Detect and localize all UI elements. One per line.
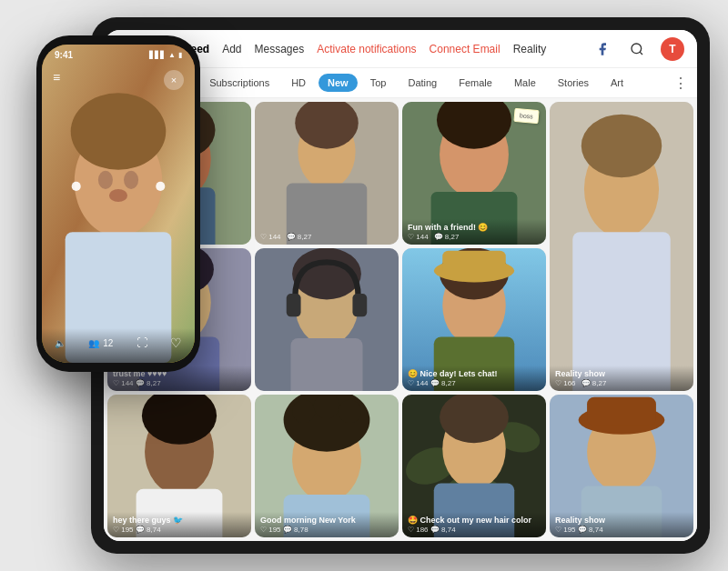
- svg-point-58: [71, 93, 167, 169]
- facebook-icon[interactable]: [592, 38, 613, 60]
- phone-menu-button[interactable]: ≡: [53, 70, 60, 85]
- svg-rect-31: [442, 251, 506, 276]
- svg-rect-24: [291, 338, 363, 391]
- viewer-number: 12: [103, 338, 113, 348]
- grid-card-9[interactable]: hey there guys 🐦 ♡ 195 💬 8,74: [107, 395, 251, 537]
- battery-icon: ▮: [178, 51, 182, 59]
- phone-close-button[interactable]: ×: [164, 70, 184, 90]
- card-9-overlay: hey there guys 🐦 ♡ 195 💬 8,74: [107, 512, 251, 537]
- grid-card-7[interactable]: 😊 Nice day! Lets chat! ♡ 144 💬 8,27: [402, 248, 546, 391]
- card-3-title: Fun with a friend! 😊: [408, 223, 541, 232]
- phone-photo: [42, 45, 195, 363]
- grid-card-10[interactable]: Good morning New York ♡ 195 💬 8,78: [255, 395, 399, 537]
- grid-card-3[interactable]: boss Fun with a friend! 😊 ♡ 144 💬 8,27: [402, 102, 546, 245]
- card-9-title: hey there guys 🐦: [113, 516, 246, 525]
- svg-rect-25: [287, 294, 301, 316]
- card-10-title: Good morning New York: [260, 516, 393, 525]
- card-8-title: Reality show: [555, 516, 688, 525]
- tab-hd[interactable]: HD: [282, 74, 315, 92]
- signal-icon: ▋▋▋: [149, 51, 166, 59]
- nav-reality[interactable]: Reality: [513, 43, 547, 55]
- more-tabs-button[interactable]: ⋮: [673, 75, 688, 92]
- card-3-overlay: Fun with a friend! 😊 ♡ 144 💬 8,27: [402, 219, 546, 245]
- scene: 🦊 ♡ 0 Feed Add Messages Activate notific…: [9, 8, 719, 563]
- tab-subscriptions[interactable]: Subscriptions: [200, 74, 278, 92]
- phone-status-bar: 9:41 ▋▋▋ ▲ ▮: [42, 45, 195, 64]
- phone-volume-control[interactable]: 🔈: [55, 338, 66, 348]
- svg-point-47: [339, 400, 361, 423]
- card-11-overlay: 🤩 Check out my new hair color ♡ 186 💬 8,…: [402, 512, 546, 537]
- card-3-sticker: boss: [514, 108, 540, 124]
- svg-point-15: [581, 115, 662, 178]
- card-5-stats: ♡ 144 💬 8,27: [113, 379, 246, 387]
- tab-new[interactable]: New: [318, 74, 358, 92]
- tab-female[interactable]: Female: [450, 74, 501, 92]
- tab-male[interactable]: Male: [505, 74, 545, 92]
- grid-card-6[interactable]: [255, 248, 399, 391]
- svg-point-64: [156, 182, 165, 191]
- card-7-overlay: 😊 Nice day! Lets chat! ♡ 144 💬 8,27: [402, 366, 546, 391]
- wifi-icon: ▲: [168, 51, 176, 59]
- grid-card-11[interactable]: 🤩 Check out my new hair color ♡ 186 💬 8,…: [402, 395, 546, 537]
- card-4-stats: ♡ 166 💬 8,27: [555, 379, 688, 387]
- svg-point-62: [109, 189, 127, 202]
- search-icon[interactable]: [626, 38, 648, 60]
- phone-screen: 9:41 ▋▋▋ ▲ ▮ ≡ × 🔈 👥 12 ⛶: [42, 45, 195, 363]
- phone-like-button[interactable]: ♡: [170, 336, 182, 350]
- svg-rect-36: [587, 397, 656, 426]
- card-4-title: Reality show: [555, 369, 688, 378]
- card-4-overlay: Reality show ♡ 166 💬 8,27: [550, 366, 693, 391]
- card-11-title: 🤩 Check out my new hair color: [408, 516, 541, 525]
- nav-activate[interactable]: Activate notifications: [317, 43, 416, 55]
- tab-stories[interactable]: Stories: [549, 74, 598, 92]
- tab-dating[interactable]: Dating: [399, 74, 446, 92]
- phone-status-icons: ▋▋▋ ▲ ▮: [149, 51, 182, 59]
- phone-viewer-count: 👥 12: [88, 338, 113, 348]
- user-avatar[interactable]: T: [661, 37, 684, 61]
- card-7-title: 😊 Nice day! Lets chat!: [408, 369, 541, 378]
- phone-time: 9:41: [55, 50, 73, 60]
- svg-point-0: [632, 44, 642, 54]
- tab-art[interactable]: Art: [602, 74, 632, 92]
- phone-bottom-bar: 🔈 👥 12 ⛶ ♡: [42, 328, 195, 363]
- grid-card-4[interactable]: Reality show ♡ 166 💬 8,27: [550, 102, 693, 391]
- svg-point-45: [292, 400, 315, 423]
- phone-expand-button[interactable]: ⛶: [136, 336, 147, 349]
- phone: 9:41 ▋▋▋ ▲ ▮ ≡ × 🔈 👥 12 ⛶: [36, 35, 200, 372]
- card-8-overlay: Reality show ♡ 195 💬 8,74: [550, 512, 693, 537]
- grid-card-8[interactable]: Reality show ♡ 195 💬 8,74: [550, 395, 693, 537]
- nav-connect-email[interactable]: Connect Email: [430, 43, 500, 55]
- nav-messages[interactable]: Messages: [255, 43, 305, 55]
- tab-top[interactable]: Top: [361, 74, 396, 92]
- svg-point-61: [124, 171, 138, 189]
- volume-icon: 🔈: [55, 338, 66, 348]
- card-10-overlay: Good morning New York ♡ 195 💬 8,78: [255, 512, 399, 537]
- nav-add[interactable]: Add: [222, 43, 241, 55]
- svg-point-63: [72, 182, 81, 191]
- svg-point-60: [98, 171, 113, 189]
- svg-rect-26: [352, 294, 367, 316]
- card-3-stats: ♡ 144 💬 8,27: [408, 233, 541, 241]
- viewers-icon: 👥: [88, 338, 99, 348]
- grid-card-2[interactable]: ♡ 144 💬 8,27: [255, 102, 399, 245]
